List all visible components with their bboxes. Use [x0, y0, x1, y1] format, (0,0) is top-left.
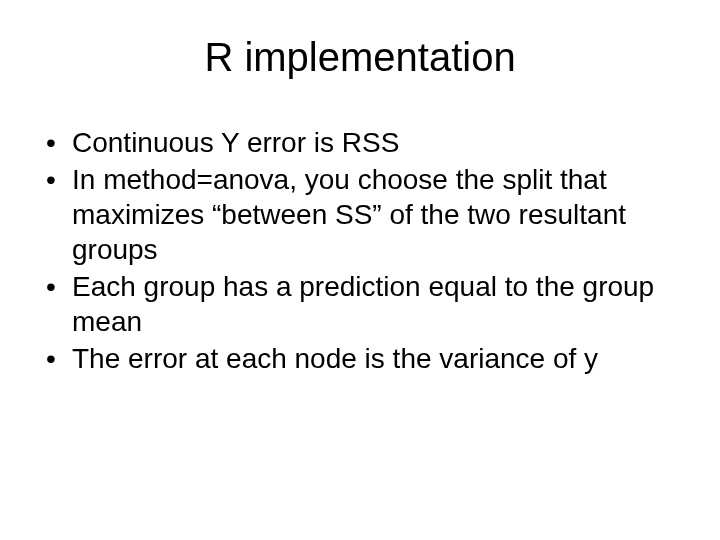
list-item: Each group has a prediction equal to the…	[40, 269, 680, 339]
list-item: The error at each node is the variance o…	[40, 341, 680, 376]
list-item: Continuous Y error is RSS	[40, 125, 680, 160]
bullet-list: Continuous Y error is RSS In method=anov…	[40, 125, 680, 376]
slide-title: R implementation	[40, 35, 680, 80]
list-item: In method=anova, you choose the split th…	[40, 162, 680, 267]
slide-container: R implementation Continuous Y error is R…	[0, 0, 720, 540]
